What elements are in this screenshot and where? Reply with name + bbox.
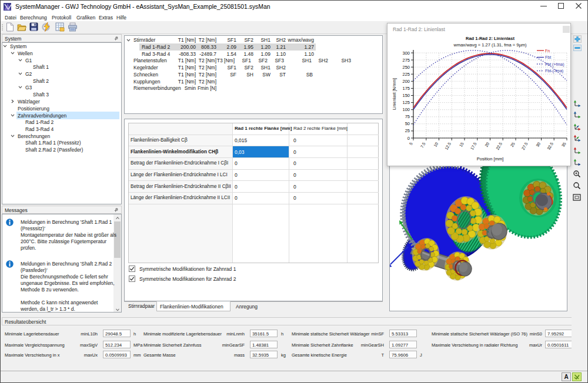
svg-text:10: 10 [433, 142, 439, 147]
svg-text:125: 125 [402, 100, 410, 105]
svg-text:100: 100 [402, 107, 410, 112]
svg-text:25: 25 [405, 128, 410, 133]
svg-text:25: 25 [510, 142, 516, 147]
svg-text:5: 5 [409, 142, 413, 146]
svg-text:0: 0 [407, 136, 410, 141]
svg-text:15: 15 [459, 142, 465, 147]
svg-text:30: 30 [535, 142, 541, 147]
svg-text:275: 275 [402, 58, 410, 63]
svg-text:32.5: 32.5 [546, 142, 554, 150]
svg-text:Fbt (+fma): Fbt (+fma) [545, 62, 564, 67]
svg-text:250: 250 [402, 65, 410, 70]
svg-text:Rad 1-Rad 2: Linienlast: Rad 1-Rad 2: Linienlast [466, 36, 514, 41]
svg-text:12.5: 12.5 [444, 142, 452, 150]
svg-text:35: 35 [561, 142, 567, 147]
svg-text:17.5: 17.5 [470, 142, 477, 150]
svg-text:Fbt: Fbt [545, 55, 551, 59]
svg-text:wmax/wavg = 1.27 (1.31, fma =: wmax/wavg = 1.27 (1.31, fma = 9µm) [453, 42, 527, 48]
svg-text:50: 50 [405, 121, 410, 126]
svg-text:Fn: Fn [545, 49, 550, 53]
svg-text:7.5: 7.5 [420, 142, 426, 149]
svg-text:225: 225 [402, 72, 410, 77]
svg-text:200: 200 [402, 79, 410, 84]
svg-text:Fbt-(-fma): Fbt-(-fma) [545, 69, 563, 73]
svg-text:300: 300 [402, 51, 410, 56]
svg-text:175: 175 [402, 86, 410, 91]
svg-text:Linienlast [N/mm]: Linienlast [N/mm] [392, 78, 397, 110]
svg-text:22.5: 22.5 [495, 142, 503, 150]
svg-text:150: 150 [402, 93, 410, 98]
svg-text:20: 20 [484, 142, 490, 147]
svg-text:27.5: 27.5 [521, 142, 529, 150]
svg-text:Position [mm]: Position [mm] [477, 156, 503, 162]
svg-text:75: 75 [405, 114, 410, 119]
